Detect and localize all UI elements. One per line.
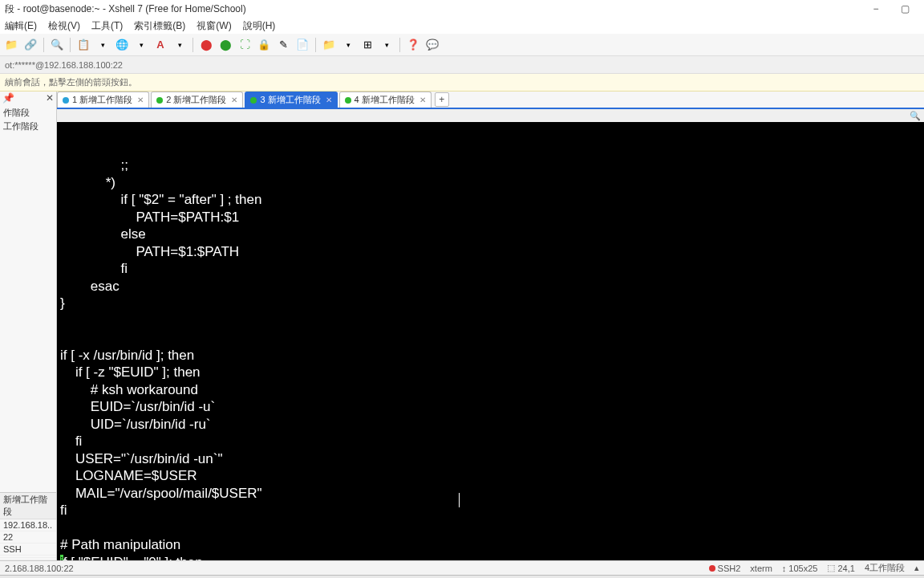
terminal-line: if [ -x /usr/bin/id ]; then [60,347,921,364]
tab-session-2[interactable]: 2 新增工作階段 ✕ [151,92,243,108]
folder-icon[interactable]: 📁 [321,37,337,53]
help-icon[interactable]: ❓ [405,37,421,53]
fullscreen-icon[interactable]: ⛶ [237,37,253,53]
tab-session-1[interactable]: 1 新增工作階段 ✕ [57,92,149,108]
tab-label: 2 新增工作階段 [166,94,226,106]
font-icon[interactable]: A [152,37,168,53]
tree-item[interactable]: 工作階段 [0,120,56,133]
tab-session-3[interactable]: 3 新增工作階段 ✕ [245,92,337,108]
separator [43,38,44,52]
terminal-line: PATH=$1:$PATH [60,243,921,261]
pin-icon[interactable]: 📌 [2,92,14,104]
text-caret [459,493,460,507]
terminal-line: esac [60,278,921,295]
status-arrow-icon[interactable]: ▴ [914,563,919,573]
disconnect-icon[interactable]: ⬤ [198,37,214,53]
property-port: 22 [0,531,56,543]
comment-icon[interactable]: 💬 [424,37,440,53]
terminal-line [60,519,921,537]
status-host: 2.168.188.100:22 [5,564,74,573]
terminal[interactable]: ;; *) if [ "$2" = "after" ] ; then PATH=… [57,122,924,560]
separator [70,38,71,52]
property-host: 192.168.18.. [0,519,56,531]
status-dot-icon [250,97,257,104]
menu-window[interactable]: 視窗(W) [197,19,231,33]
tree-item[interactable]: 作階段 [0,106,56,120]
search-icon[interactable]: 🔍 [49,37,65,53]
window-title: 段 - root@basenode:~ - Xshell 7 (Free for… [5,2,246,16]
statusbar: 2.168.188.100:22 SSH2 xterm ↕105x25 ⬚24,… [0,560,924,575]
layout-icon[interactable]: ⊞ [359,37,375,53]
terminal-line: # Path manipulation [60,536,921,554]
chevron-down-icon[interactable]: ▾ [172,37,188,53]
hint-text: 續前會話，點擊左側的箭頭按鈕。 [5,76,137,88]
tab-session-4[interactable]: 4 新增工作階段 ✕ [339,92,432,108]
menu-tabs[interactable]: 索引標籤(B) [134,19,185,33]
terminal-line: LOGNAME=$USER [60,467,921,485]
lock-icon[interactable]: 🔒 [256,37,272,53]
terminal-line: if [ "$EUID" = "0" ]; then [60,554,921,561]
paste-icon[interactable]: 📋 [75,37,91,53]
status-sessions: 4工作階段 [865,562,905,574]
link-icon[interactable]: 🔗 [22,37,38,53]
chevron-down-icon[interactable]: ▾ [379,37,395,53]
sidebar-header: 📌 ✕ [0,92,56,104]
terminal-line: MAIL="/var/spool/mail/$USER" [60,485,921,503]
resize-icon: ↕ [782,564,787,573]
tab-label: 4 新增工作階段 [355,94,415,106]
menu-edit[interactable]: 編輯(E) [5,19,37,33]
chevron-down-icon[interactable]: ▾ [340,37,356,53]
chevron-down-icon[interactable]: ▾ [133,37,149,53]
terminal-line: } [60,295,921,312]
status-ssh: SSH2 [709,564,741,573]
terminal-line: if [ "$2" = "after" ] ; then [60,191,921,209]
terminal-line: else [60,226,921,243]
terminal-toolbar: 🔍 [57,109,924,122]
terminal-line: if [ -z "$EUID" ]; then [60,364,921,381]
terminal-line: fi [60,433,921,450]
close-icon[interactable]: ✕ [419,96,426,104]
search-icon[interactable]: 🔍 [910,111,921,121]
terminal-line [60,329,921,347]
connect-icon[interactable]: ⬤ [217,37,233,53]
terminal-line: EUID=`/usr/bin/id -u` [60,398,921,416]
close-icon[interactable]: ✕ [326,96,332,104]
address-text: ot:******@192.168.188.100:22 [5,60,123,70]
status-term: xterm [750,564,772,573]
terminal-line: ;; [60,157,921,174]
titlebar: 段 - root@basenode:~ - Xshell 7 (Free for… [0,0,924,18]
chevron-down-icon[interactable]: ▾ [95,37,111,53]
close-icon[interactable]: ✕ [46,92,54,104]
tabstrip: 1 新增工作階段 ✕ 2 新增工作階段 ✕ 3 新增工作階段 ✕ 4 新增工作階… [57,92,924,109]
minimize-button[interactable] [861,0,890,18]
menubar: 編輯(E) 檢視(V) 工具(T) 索引標籤(B) 視窗(W) 說明(H) [0,18,924,34]
terminal-line: USER="`/usr/bin/id -un`" [60,450,921,468]
globe-icon[interactable]: 🌐 [114,37,130,53]
terminal-line: # ksh workaround [60,381,921,399]
script-icon[interactable]: 📄 [294,37,310,53]
property-empty [0,558,56,560]
terminal-line: fi [60,502,921,519]
property-panel: 新增工作階段 192.168.18.. 22 SSH [0,492,56,560]
close-icon[interactable]: ✕ [137,96,144,104]
tab-label: 3 新增工作階段 [260,94,320,106]
status-size: ↕105x25 [782,564,818,573]
dot-icon [709,565,715,572]
windows-taskbar: ○ ⧉ 🟡 📁 🌀 ✉️ 🦊 ◆ 🖥️ 🟧 🔵 ⚫ ▶️ ⬛ ☀️ 13°C ˄… [0,575,924,578]
terminal-pane: 1 新增工作階段 ✕ 2 新增工作階段 ✕ 3 新增工作階段 ✕ 4 新增工作階… [57,92,924,560]
close-icon[interactable]: ✕ [231,96,237,104]
status-dot-icon [63,97,69,104]
separator [399,38,400,52]
menu-view[interactable]: 檢視(V) [48,19,80,33]
menu-help[interactable]: 說明(H) [243,19,276,33]
add-tab-button[interactable]: + [435,92,449,107]
session-tree[interactable]: 作階段 工作階段 [0,104,56,135]
maximize-button[interactable] [890,0,919,18]
menu-tools[interactable]: 工具(T) [91,19,123,33]
edit-icon[interactable]: ✎ [275,37,291,53]
terminal-line: UID=`/usr/bin/id -ru` [60,416,921,434]
hint-bar: 續前會話，點擊左側的箭頭按鈕。 [0,74,924,92]
open-icon[interactable]: 📁 [3,37,19,53]
addressbar[interactable]: ot:******@192.168.188.100:22 [0,56,924,74]
toolbar: 📁 🔗 🔍 📋 ▾ 🌐 ▾ A ▾ ⬤ ⬤ ⛶ 🔒 ✎ 📄 📁 ▾ ⊞ ▾ ❓ … [0,34,924,56]
